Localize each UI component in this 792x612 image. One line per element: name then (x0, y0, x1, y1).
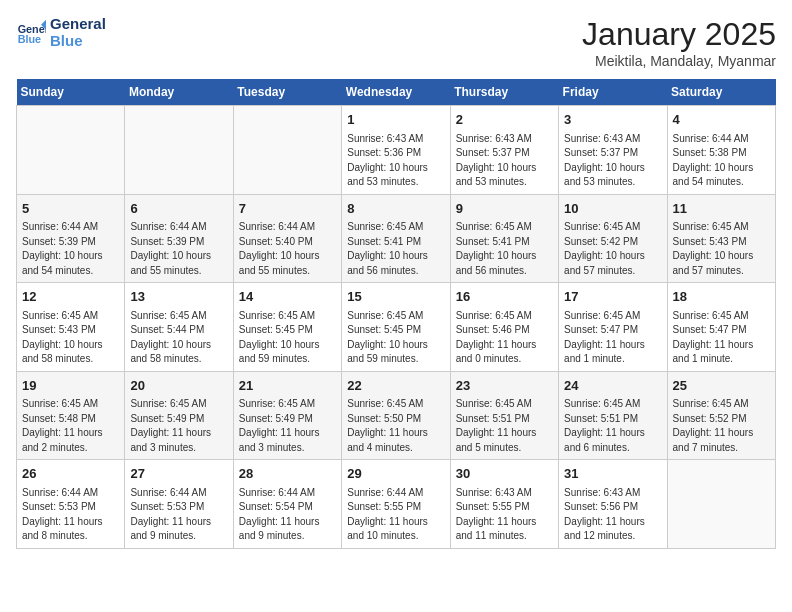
calendar-cell: 24Sunrise: 6:45 AM Sunset: 5:51 PM Dayli… (559, 371, 667, 460)
day-info: Sunrise: 6:45 AM Sunset: 5:51 PM Dayligh… (456, 397, 553, 455)
day-number: 27 (130, 464, 227, 484)
calendar-cell: 20Sunrise: 6:45 AM Sunset: 5:49 PM Dayli… (125, 371, 233, 460)
day-info: Sunrise: 6:45 AM Sunset: 5:45 PM Dayligh… (239, 309, 336, 367)
calendar-week-row: 5Sunrise: 6:44 AM Sunset: 5:39 PM Daylig… (17, 194, 776, 283)
day-number: 7 (239, 199, 336, 219)
day-number: 13 (130, 287, 227, 307)
calendar-cell: 3Sunrise: 6:43 AM Sunset: 5:37 PM Daylig… (559, 106, 667, 195)
day-number: 5 (22, 199, 119, 219)
calendar-cell: 28Sunrise: 6:44 AM Sunset: 5:54 PM Dayli… (233, 460, 341, 549)
day-info: Sunrise: 6:45 AM Sunset: 5:45 PM Dayligh… (347, 309, 444, 367)
calendar-cell: 11Sunrise: 6:45 AM Sunset: 5:43 PM Dayli… (667, 194, 775, 283)
calendar-cell: 31Sunrise: 6:43 AM Sunset: 5:56 PM Dayli… (559, 460, 667, 549)
calendar-cell (667, 460, 775, 549)
day-info: Sunrise: 6:43 AM Sunset: 5:56 PM Dayligh… (564, 486, 661, 544)
calendar-cell: 30Sunrise: 6:43 AM Sunset: 5:55 PM Dayli… (450, 460, 558, 549)
day-info: Sunrise: 6:44 AM Sunset: 5:53 PM Dayligh… (130, 486, 227, 544)
calendar-cell: 23Sunrise: 6:45 AM Sunset: 5:51 PM Dayli… (450, 371, 558, 460)
day-number: 14 (239, 287, 336, 307)
day-info: Sunrise: 6:43 AM Sunset: 5:36 PM Dayligh… (347, 132, 444, 190)
calendar-cell: 9Sunrise: 6:45 AM Sunset: 5:41 PM Daylig… (450, 194, 558, 283)
day-info: Sunrise: 6:45 AM Sunset: 5:51 PM Dayligh… (564, 397, 661, 455)
calendar-cell: 17Sunrise: 6:45 AM Sunset: 5:47 PM Dayli… (559, 283, 667, 372)
weekday-header-saturday: Saturday (667, 79, 775, 106)
day-info: Sunrise: 6:44 AM Sunset: 5:39 PM Dayligh… (130, 220, 227, 278)
calendar-cell: 10Sunrise: 6:45 AM Sunset: 5:42 PM Dayli… (559, 194, 667, 283)
day-number: 15 (347, 287, 444, 307)
day-number: 23 (456, 376, 553, 396)
day-number: 4 (673, 110, 770, 130)
day-number: 25 (673, 376, 770, 396)
day-info: Sunrise: 6:45 AM Sunset: 5:46 PM Dayligh… (456, 309, 553, 367)
calendar-header-row: SundayMondayTuesdayWednesdayThursdayFrid… (17, 79, 776, 106)
calendar-week-row: 26Sunrise: 6:44 AM Sunset: 5:53 PM Dayli… (17, 460, 776, 549)
calendar-cell: 4Sunrise: 6:44 AM Sunset: 5:38 PM Daylig… (667, 106, 775, 195)
day-number: 17 (564, 287, 661, 307)
calendar-subtitle: Meiktila, Mandalay, Myanmar (582, 53, 776, 69)
logo-text-general: General (50, 16, 106, 33)
calendar-cell: 5Sunrise: 6:44 AM Sunset: 5:39 PM Daylig… (17, 194, 125, 283)
calendar-cell: 12Sunrise: 6:45 AM Sunset: 5:43 PM Dayli… (17, 283, 125, 372)
calendar-cell: 21Sunrise: 6:45 AM Sunset: 5:49 PM Dayli… (233, 371, 341, 460)
weekday-header-wednesday: Wednesday (342, 79, 450, 106)
day-info: Sunrise: 6:44 AM Sunset: 5:55 PM Dayligh… (347, 486, 444, 544)
weekday-header-monday: Monday (125, 79, 233, 106)
calendar-cell: 1Sunrise: 6:43 AM Sunset: 5:36 PM Daylig… (342, 106, 450, 195)
calendar-cell (125, 106, 233, 195)
day-number: 11 (673, 199, 770, 219)
calendar-cell: 29Sunrise: 6:44 AM Sunset: 5:55 PM Dayli… (342, 460, 450, 549)
day-number: 24 (564, 376, 661, 396)
calendar-cell: 2Sunrise: 6:43 AM Sunset: 5:37 PM Daylig… (450, 106, 558, 195)
day-number: 20 (130, 376, 227, 396)
day-number: 30 (456, 464, 553, 484)
day-info: Sunrise: 6:45 AM Sunset: 5:42 PM Dayligh… (564, 220, 661, 278)
calendar-cell: 14Sunrise: 6:45 AM Sunset: 5:45 PM Dayli… (233, 283, 341, 372)
logo-text-blue: Blue (50, 33, 106, 50)
calendar-cell (17, 106, 125, 195)
day-info: Sunrise: 6:45 AM Sunset: 5:47 PM Dayligh… (564, 309, 661, 367)
calendar-cell (233, 106, 341, 195)
day-info: Sunrise: 6:45 AM Sunset: 5:52 PM Dayligh… (673, 397, 770, 455)
day-number: 9 (456, 199, 553, 219)
day-info: Sunrise: 6:44 AM Sunset: 5:54 PM Dayligh… (239, 486, 336, 544)
calendar-week-row: 12Sunrise: 6:45 AM Sunset: 5:43 PM Dayli… (17, 283, 776, 372)
day-info: Sunrise: 6:45 AM Sunset: 5:44 PM Dayligh… (130, 309, 227, 367)
day-info: Sunrise: 6:45 AM Sunset: 5:47 PM Dayligh… (673, 309, 770, 367)
day-number: 3 (564, 110, 661, 130)
calendar-cell: 6Sunrise: 6:44 AM Sunset: 5:39 PM Daylig… (125, 194, 233, 283)
day-info: Sunrise: 6:44 AM Sunset: 5:38 PM Dayligh… (673, 132, 770, 190)
calendar-cell: 18Sunrise: 6:45 AM Sunset: 5:47 PM Dayli… (667, 283, 775, 372)
title-block: January 2025 Meiktila, Mandalay, Myanmar (582, 16, 776, 69)
day-number: 28 (239, 464, 336, 484)
calendar-table: SundayMondayTuesdayWednesdayThursdayFrid… (16, 79, 776, 549)
day-info: Sunrise: 6:45 AM Sunset: 5:43 PM Dayligh… (22, 309, 119, 367)
calendar-cell: 27Sunrise: 6:44 AM Sunset: 5:53 PM Dayli… (125, 460, 233, 549)
day-info: Sunrise: 6:43 AM Sunset: 5:37 PM Dayligh… (456, 132, 553, 190)
day-info: Sunrise: 6:45 AM Sunset: 5:43 PM Dayligh… (673, 220, 770, 278)
day-info: Sunrise: 6:45 AM Sunset: 5:49 PM Dayligh… (130, 397, 227, 455)
svg-text:Blue: Blue (18, 33, 41, 45)
day-number: 1 (347, 110, 444, 130)
calendar-week-row: 19Sunrise: 6:45 AM Sunset: 5:48 PM Dayli… (17, 371, 776, 460)
weekday-header-tuesday: Tuesday (233, 79, 341, 106)
day-info: Sunrise: 6:45 AM Sunset: 5:48 PM Dayligh… (22, 397, 119, 455)
calendar-cell: 19Sunrise: 6:45 AM Sunset: 5:48 PM Dayli… (17, 371, 125, 460)
day-info: Sunrise: 6:44 AM Sunset: 5:53 PM Dayligh… (22, 486, 119, 544)
day-number: 22 (347, 376, 444, 396)
calendar-title: January 2025 (582, 16, 776, 53)
day-number: 26 (22, 464, 119, 484)
day-number: 18 (673, 287, 770, 307)
weekday-header-sunday: Sunday (17, 79, 125, 106)
logo: General Blue General Blue (16, 16, 106, 49)
calendar-cell: 16Sunrise: 6:45 AM Sunset: 5:46 PM Dayli… (450, 283, 558, 372)
day-info: Sunrise: 6:44 AM Sunset: 5:39 PM Dayligh… (22, 220, 119, 278)
day-info: Sunrise: 6:43 AM Sunset: 5:55 PM Dayligh… (456, 486, 553, 544)
calendar-cell: 7Sunrise: 6:44 AM Sunset: 5:40 PM Daylig… (233, 194, 341, 283)
day-number: 8 (347, 199, 444, 219)
calendar-cell: 13Sunrise: 6:45 AM Sunset: 5:44 PM Dayli… (125, 283, 233, 372)
calendar-cell: 15Sunrise: 6:45 AM Sunset: 5:45 PM Dayli… (342, 283, 450, 372)
logo-icon: General Blue (16, 18, 46, 48)
day-number: 2 (456, 110, 553, 130)
day-number: 21 (239, 376, 336, 396)
page-header: General Blue General Blue January 2025 M… (16, 16, 776, 69)
